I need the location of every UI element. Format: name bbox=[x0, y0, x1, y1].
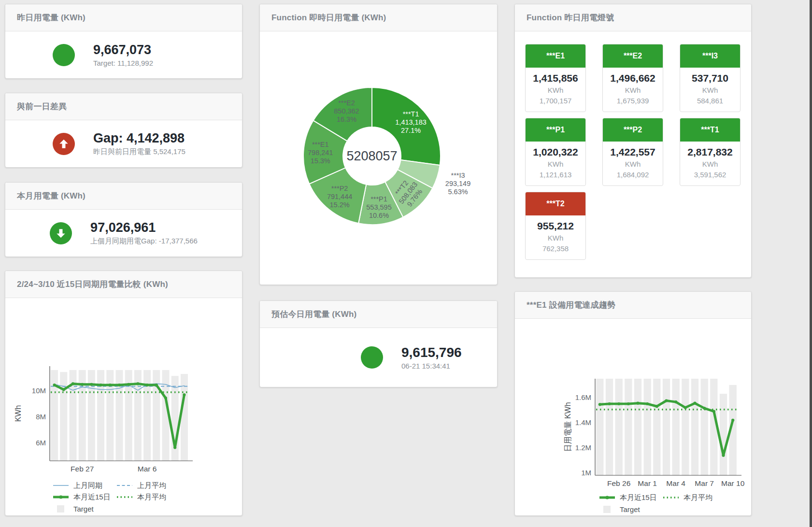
series-point bbox=[731, 419, 734, 422]
series-point bbox=[81, 383, 84, 386]
series-point bbox=[693, 402, 696, 405]
target-bar bbox=[615, 379, 622, 475]
target-bar bbox=[596, 379, 603, 475]
panel-header: Function 昨日用電燈號 bbox=[515, 4, 751, 31]
series-point bbox=[62, 388, 65, 391]
panel-estimate-today: 預估今日用電量 (KWh) 9,615,796 06-21 15:34:41 bbox=[259, 300, 498, 387]
tile-target-value: 584,861 bbox=[680, 96, 740, 106]
y-tick-label: 1.6M bbox=[575, 393, 591, 401]
legend-item-上月平均[interactable]: 上月平均 bbox=[116, 481, 180, 490]
panel-title: 預估今日用電量 (KWh) bbox=[271, 309, 356, 320]
series-point bbox=[665, 399, 668, 402]
panel-header: 本月用電量 (KWh) bbox=[5, 183, 242, 210]
series-point bbox=[646, 402, 649, 405]
light-tiles-grid: ***E11,415,856KWh1,700,157***E21,496,662… bbox=[515, 31, 751, 260]
series-point bbox=[109, 384, 112, 386]
legend-swatch-icon bbox=[598, 494, 616, 501]
legend-label: 本月近15日 bbox=[620, 493, 657, 502]
tile-value: 2,817,832 bbox=[680, 145, 740, 159]
light-tile-E2: ***E21,496,662KWh1,675,939 bbox=[602, 44, 663, 112]
scrollbar[interactable] bbox=[810, 0, 812, 527]
panel-title: 本月用電量 (KWh) bbox=[17, 190, 85, 201]
legend-item-Target[interactable]: Target bbox=[598, 505, 662, 513]
legend-item-上月同期[interactable]: 上月同期 bbox=[52, 481, 116, 490]
panel-title: Function 昨日用電燈號 bbox=[527, 12, 614, 23]
tile-unit: KWh bbox=[680, 85, 740, 96]
legend-swatch-icon bbox=[116, 493, 133, 501]
panel-realtime-donut: Function 即時日用電量 (KWh) ***T11,413,18327.1… bbox=[259, 4, 498, 285]
svg-text:***I3293,1495.63%: ***I3293,1495.63% bbox=[445, 171, 470, 196]
series-point bbox=[173, 446, 176, 449]
legend-item-本月平均[interactable]: 本月平均 bbox=[116, 493, 180, 502]
legend-swatch-icon bbox=[662, 494, 680, 501]
arrow-up-circle-icon bbox=[53, 133, 75, 155]
light-tile-E1: ***E11,415,856KWh1,700,157 bbox=[525, 44, 586, 112]
panel-yesterday-lights: Function 昨日用電燈號 ***E11,415,856KWh1,700,1… bbox=[514, 4, 752, 278]
status-circle-green-icon bbox=[361, 346, 383, 369]
target-bar bbox=[181, 374, 188, 461]
tile-target-value: 1,675,939 bbox=[603, 96, 663, 106]
panel-15day-compare-chart: 2/24~3/10 近15日同期用電量比較 (KWh) 6M8M10MKWhFe… bbox=[5, 271, 242, 516]
series-point bbox=[598, 403, 601, 406]
panel-header: Function 即時日用電量 (KWh) bbox=[260, 4, 497, 31]
legend-item-本月近15日[interactable]: 本月近15日 bbox=[598, 493, 662, 502]
panel-header: ***E1 設備用電達成趨勢 bbox=[515, 292, 751, 319]
legend-label: Target bbox=[73, 505, 94, 513]
month-usage-gap: 上個月同期用電Gap: -17,377,566 bbox=[90, 237, 198, 246]
yesterday-usage-value: 9,667,073 bbox=[93, 43, 195, 57]
legend-label: 上月平均 bbox=[137, 481, 166, 490]
series-point bbox=[608, 402, 611, 405]
x-tick-label: Mar 1 bbox=[638, 479, 657, 487]
target-bar bbox=[663, 379, 670, 475]
legend-label: 本月平均 bbox=[137, 493, 166, 502]
tile-status-header: ***I3 bbox=[680, 44, 740, 68]
panel-title: ***E1 設備用電達成趨勢 bbox=[527, 299, 615, 311]
tile-value: 1,496,662 bbox=[603, 71, 663, 85]
x-tick-label: Mar 10 bbox=[721, 479, 745, 487]
series-point bbox=[146, 384, 149, 386]
legend-label: 本月近15日 bbox=[73, 493, 111, 502]
series-point bbox=[636, 402, 639, 405]
target-bar bbox=[682, 379, 689, 475]
y-tick-label: 1.2M bbox=[575, 443, 591, 452]
y-axis-label: KWh bbox=[14, 405, 22, 422]
panel-header: 2/24~3/10 近15日同期用電量比較 (KWh) bbox=[5, 271, 242, 298]
tile-value: 1,020,322 bbox=[526, 145, 585, 159]
tile-status-header: ***E1 bbox=[526, 44, 585, 68]
tile-value: 1,415,856 bbox=[526, 71, 585, 85]
legend-swatch-icon bbox=[598, 505, 616, 513]
x-tick-label: Feb 27 bbox=[71, 465, 94, 473]
series-point bbox=[53, 384, 56, 386]
panel-month-usage: 本月用電量 (KWh) 97,026,961 上個月同期用電Gap: -17,3… bbox=[5, 182, 242, 257]
tile-unit: KWh bbox=[526, 159, 585, 170]
y-tick-label: 10M bbox=[32, 386, 46, 395]
estimate-value: 9,615,796 bbox=[401, 345, 479, 360]
tile-status-header: ***P2 bbox=[603, 118, 663, 142]
target-bar bbox=[720, 394, 727, 475]
tile-unit: KWh bbox=[603, 85, 663, 96]
tile-unit: KWh bbox=[603, 159, 663, 170]
tile-status-header: ***T1 bbox=[680, 118, 740, 142]
panel-header: 預估今日用電量 (KWh) bbox=[260, 301, 497, 328]
chart-compare-svg: 6M8M10MKWhFeb 27Mar 6 bbox=[5, 298, 242, 476]
legend-item-Target[interactable]: Target bbox=[52, 505, 116, 513]
legend-swatch-icon bbox=[52, 482, 70, 489]
y-axis-label: 日用電量 KWh bbox=[564, 402, 572, 452]
legend-item-本月平均[interactable]: 本月平均 bbox=[662, 493, 726, 502]
panel-header: 昨日用電量 (KWh) bbox=[5, 4, 242, 31]
y-tick-label: 6M bbox=[36, 439, 46, 447]
donut-center-total: 5208057 bbox=[346, 149, 397, 163]
light-tile-P2: ***P21,422,557KWh1,684,092 bbox=[602, 118, 663, 186]
panel-e1-trend-chart: ***E1 設備用電達成趨勢 1M1.2M1.4M1.6M日用電量 KWhFeb… bbox=[514, 291, 752, 516]
target-bar bbox=[653, 379, 660, 475]
donut-slice-label: ***I3293,1495.63% bbox=[445, 171, 470, 196]
tile-target-value: 3,591,562 bbox=[680, 170, 740, 180]
tile-status-header: ***P1 bbox=[526, 118, 585, 142]
series-point bbox=[118, 384, 121, 386]
target-bar bbox=[643, 379, 651, 475]
legend-item-本月近15日[interactable]: 本月近15日 bbox=[52, 493, 116, 502]
series-point bbox=[90, 383, 93, 386]
tile-value: 537,710 bbox=[680, 71, 740, 85]
estimate-timestamp: 06-21 15:34:41 bbox=[401, 362, 479, 370]
tile-target-value: 762,358 bbox=[526, 243, 585, 254]
